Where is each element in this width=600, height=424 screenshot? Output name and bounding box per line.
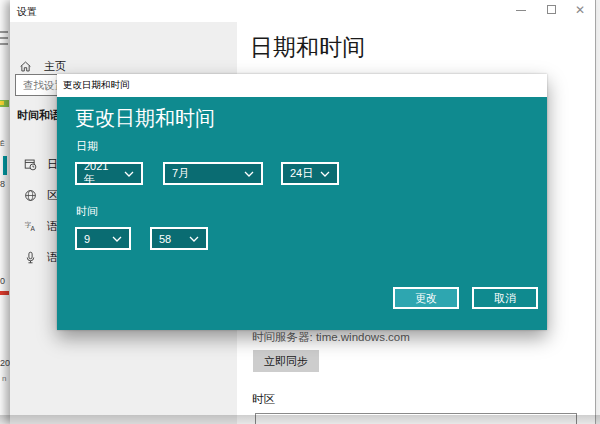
year-value: 2021年 <box>84 160 118 187</box>
text-fragment: 8 <box>0 180 5 189</box>
dialog-titlebar[interactable]: 更改日期和时间 <box>57 74 547 97</box>
change-button[interactable]: 更改 <box>393 287 459 309</box>
text-fragment: 0 <box>0 277 5 286</box>
hour-value: 9 <box>84 233 90 245</box>
minute-value: 58 <box>159 233 171 245</box>
menu-lines-icon <box>0 37 8 39</box>
year-select[interactable]: 2021年 <box>75 162 143 185</box>
chevron-down-icon <box>189 236 199 242</box>
language-icon: 字 A <box>24 220 37 233</box>
window-title: 设置 <box>17 5 37 19</box>
sync-now-button[interactable]: 立即同步 <box>253 350 319 372</box>
maximize-button[interactable] <box>541 0 563 20</box>
svg-text:A: A <box>31 225 36 232</box>
dialog-body: 更改日期和时间 日期 2021年 7月 24日 时间 9 58 <box>57 97 547 330</box>
day-value: 24日 <box>290 166 313 181</box>
calendar-clock-icon <box>24 158 37 171</box>
text-fragment: n <box>2 374 6 383</box>
time-field-label: 时间 <box>76 204 98 219</box>
minimize-icon <box>516 10 526 11</box>
change-date-time-dialog: 更改日期和时间 更改日期和时间 日期 2021年 7月 24日 时间 9 <box>57 74 547 330</box>
chevron-down-icon <box>244 171 254 177</box>
minimize-button[interactable] <box>510 0 532 20</box>
close-icon: ✕ <box>569 0 591 20</box>
red-bar-fragment <box>0 291 9 295</box>
sidebar-item-home[interactable]: 主页 <box>19 59 66 74</box>
cancel-button[interactable]: 取消 <box>472 287 538 309</box>
home-icon <box>19 60 32 73</box>
timezone-select[interactable] <box>255 413 577 424</box>
globe-icon <box>24 189 37 202</box>
menu-lines-icon <box>0 43 8 45</box>
sidebar-home-label: 主页 <box>44 59 66 74</box>
date-field-label: 日期 <box>76 139 98 154</box>
dialog-title: 更改日期和时间 <box>57 79 130 92</box>
dialog-heading: 更改日期和时间 <box>75 105 215 132</box>
chevron-down-icon <box>112 236 122 242</box>
chevron-down-icon <box>124 171 134 177</box>
time-server-text: 时间服务器: time.windows.com <box>252 330 410 345</box>
favicon-fragment <box>0 101 4 105</box>
month-select[interactable]: 7月 <box>163 162 263 185</box>
minute-select[interactable]: 58 <box>150 227 208 250</box>
close-button[interactable]: ✕ <box>569 0 591 20</box>
microphone-icon <box>24 251 37 264</box>
screen: Ē 8 0 20 n 设置 ✕ 主页 时间和语言 <box>0 0 600 424</box>
text-fragment: 20 <box>0 359 10 368</box>
menu-lines-icon <box>0 31 8 33</box>
chevron-down-icon <box>320 171 330 177</box>
hour-select[interactable]: 9 <box>75 227 131 250</box>
text-fragment: Ē <box>0 139 5 148</box>
month-value: 7月 <box>172 166 189 181</box>
teal-bar-fragment <box>3 156 7 175</box>
timezone-label: 时区 <box>252 392 275 407</box>
maximize-icon <box>547 5 556 14</box>
page-title: 日期和时间 <box>250 32 365 63</box>
day-select[interactable]: 24日 <box>281 162 339 185</box>
